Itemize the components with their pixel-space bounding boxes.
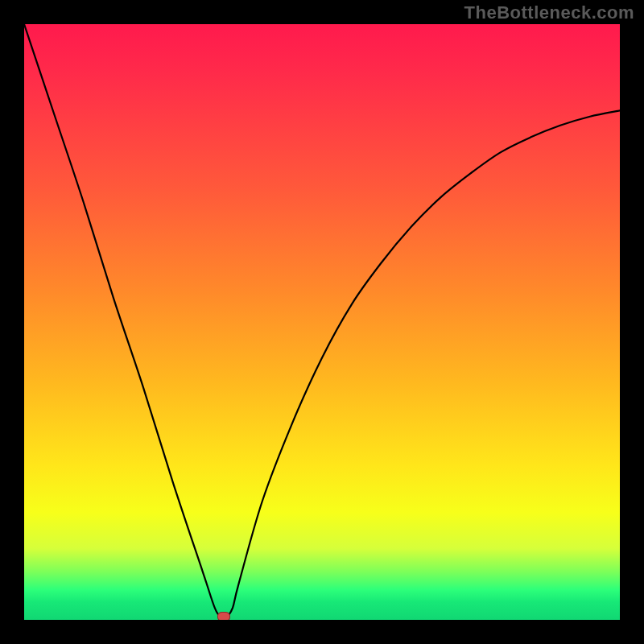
curve-layer [24,24,620,620]
watermark-text: TheBottleneck.com [464,2,634,23]
plot-area [24,24,620,620]
bottleneck-curve [24,24,620,618]
optimum-marker [217,612,230,620]
chart-frame: TheBottleneck.com [0,0,644,644]
